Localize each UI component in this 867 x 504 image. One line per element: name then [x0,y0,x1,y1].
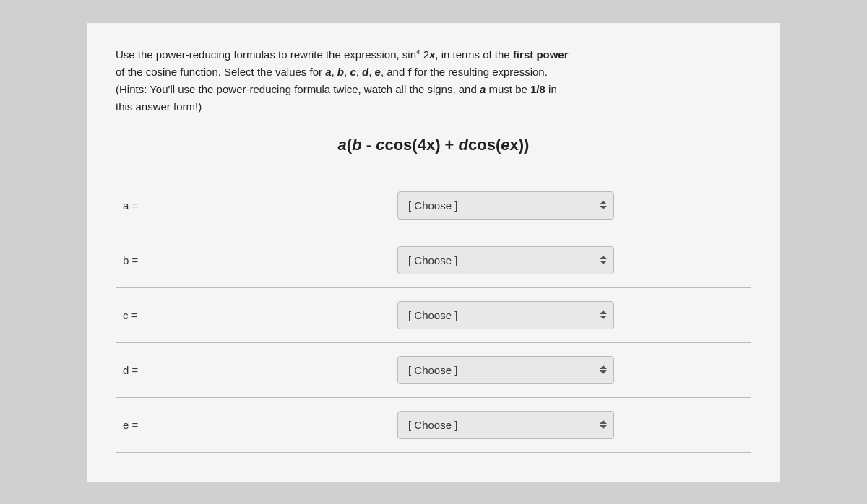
dropdown-wrapper-c: [ Choose ] 1/8 1/4 1/2 1 2 3 4 8 [260,301,751,329]
label-d: d = [116,364,260,376]
label-c: c = [116,309,260,321]
select-container-d: [ Choose ] 1/8 1/4 1/2 1 2 3 4 8 [397,356,614,384]
select-container-e: [ Choose ] 1/8 1/4 1/2 1 2 3 4 8 [397,411,614,439]
select-container-b: [ Choose ] 1/8 1/4 1/2 1 2 3 4 8 [397,246,614,274]
label-b: b = [116,254,260,266]
row-b: b = [ Choose ] 1/8 1/4 1/2 1 2 3 4 8 [116,233,751,287]
formula-text: a(b - ccos(4x) + dcos(ex)) [338,136,530,154]
select-a[interactable]: [ Choose ] 1/8 1/4 1/2 1 2 3 4 8 [397,191,614,220]
select-container-c: [ Choose ] 1/8 1/4 1/2 1 2 3 4 8 [397,301,614,329]
instructions-block: Use the power-reducing formulas to rewri… [116,46,751,116]
row-d: d = [ Choose ] 1/8 1/4 1/2 1 2 3 4 8 [116,342,751,397]
dropdown-wrapper-a: [ Choose ] 1/8 1/4 1/2 1 2 3 4 8 [260,191,751,220]
variables-container: a = [ Choose ] 1/8 1/4 1/2 1 2 3 4 8 [116,178,751,453]
row-c: c = [ Choose ] 1/8 1/4 1/2 1 2 3 4 8 [116,287,751,342]
row-a: a = [ Choose ] 1/8 1/4 1/2 1 2 3 4 8 [116,178,751,233]
select-d[interactable]: [ Choose ] 1/8 1/4 1/2 1 2 3 4 8 [397,356,614,384]
select-b[interactable]: [ Choose ] 1/8 1/4 1/2 1 2 3 4 8 [397,246,614,274]
formula-display: a(b - ccos(4x) + dcos(ex)) [116,136,751,155]
dropdown-wrapper-e: [ Choose ] 1/8 1/4 1/2 1 2 3 4 8 [260,411,751,439]
main-container: Use the power-reducing formulas to rewri… [87,23,780,482]
row-e: e = [ Choose ] 1/8 1/4 1/2 1 2 3 4 8 [116,397,751,453]
dropdown-wrapper-b: [ Choose ] 1/8 1/4 1/2 1 2 3 4 8 [260,246,751,274]
select-c[interactable]: [ Choose ] 1/8 1/4 1/2 1 2 3 4 8 [397,301,614,329]
select-e[interactable]: [ Choose ] 1/8 1/4 1/2 1 2 3 4 8 [397,411,614,439]
label-a: a = [116,199,260,212]
label-e: e = [116,419,260,431]
select-container-a: [ Choose ] 1/8 1/4 1/2 1 2 3 4 8 [397,191,614,220]
dropdown-wrapper-d: [ Choose ] 1/8 1/4 1/2 1 2 3 4 8 [260,356,751,384]
